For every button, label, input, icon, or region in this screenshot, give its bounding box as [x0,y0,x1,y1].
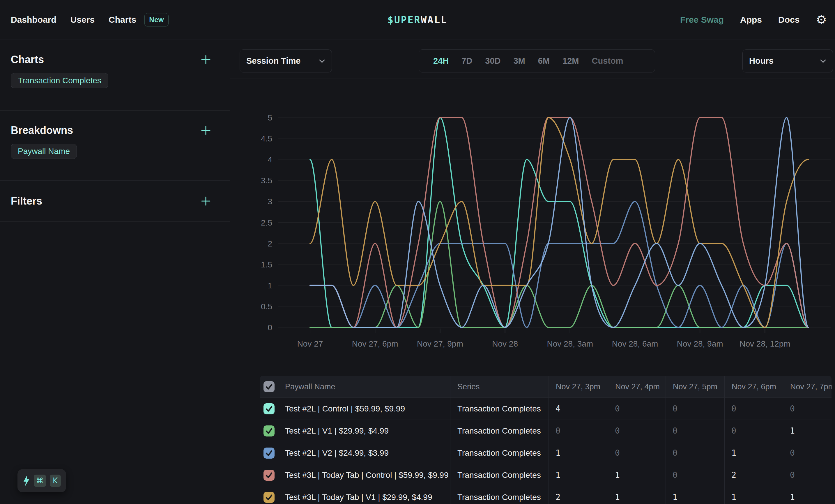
table-row: Test #2L | Control | $59.99, $9.99Transa… [260,398,832,420]
table-header-row: Paywall NameSeriesNov 27, 3pmNov 27, 4pm… [260,376,832,398]
row-checkbox[interactable] [264,425,274,437]
new-badge: New [144,13,168,26]
sidebar-section-breakdowns: Breakdowns Paywall Name [0,110,230,181]
paywall-name-cell: Test #3L | Today Tab | Control | $59.99,… [278,464,450,486]
value-cell: 1 [783,486,832,504]
unit-select-value: Hours [749,56,774,66]
chart-pill-transaction-completes[interactable]: Transaction Completes [11,73,108,88]
x-axis-label: Nov 28 [492,339,518,348]
nav-item-charts[interactable]: Charts [108,15,136,25]
section-header: Charts [11,54,211,65]
nav-right: Free Swag Apps Docs ⚙ [680,14,835,26]
range-tab-custom[interactable]: Custom [592,56,623,66]
paywall-name-cell: Test #2L | V2 | $24.99, $3.99 [278,442,450,464]
nav-link-docs[interactable]: Docs [778,15,799,25]
range-tab-12m[interactable]: 12M [563,56,579,66]
row-checkbox[interactable] [264,447,274,459]
y-axis-label: 1.5 [261,260,272,269]
top-nav: Dashboard Users Charts New $UPERWALL Fre… [0,0,835,40]
value-cell: 0 [608,442,666,464]
value-cell: 0 [725,420,783,442]
check-icon [264,381,274,392]
breakdown-table-wrap: Paywall NameSeriesNov 27, 3pmNov 27, 4pm… [260,376,832,504]
y-axis-label: 5 [268,113,272,122]
series-cell: Transaction Completes [450,486,549,504]
series-cell: Transaction Completes [450,464,549,486]
row-checkbox[interactable] [264,492,274,503]
metric-select[interactable]: Session Time [240,49,332,72]
app-root: Dashboard Users Charts New $UPERWALL Fre… [0,0,835,504]
value-cell: 1 [725,442,783,464]
breakdown-table: Paywall NameSeriesNov 27, 3pmNov 27, 4pm… [260,376,832,504]
value-cell: 1 [725,486,783,504]
y-axis-label: 4 [268,155,272,164]
nav-left: Dashboard Users Charts New [0,13,168,26]
k-key: K [50,475,61,487]
sidebar-section-filters: Filters [0,181,230,222]
column-header-time-5: Nov 27, 7pm [783,376,832,398]
series-cell: Transaction Completes [450,442,549,464]
paywall-name-cell: Test #2L | V1 | $29.99, $4.99 [278,420,450,442]
x-axis-label: Nov 28, 12pm [739,339,790,348]
table-row: Test #3L | Today Tab | Control | $59.99,… [260,464,832,486]
paywall-name-cell: Test #3L | Today Tab | V1 | $29.99, $4.9… [278,486,450,504]
column-header-series: Series [450,376,549,398]
plus-icon[interactable] [201,196,211,206]
metric-select-value: Session Time [246,56,301,66]
value-cell: 0 [666,464,725,486]
value-cell: 0 [783,442,832,464]
check-icon [264,492,274,503]
section-header: Filters [11,195,211,207]
range-tab-6m[interactable]: 6M [538,56,550,66]
value-cell: 0 [666,398,725,420]
y-axis-label: 4.5 [261,134,272,143]
select-all-checkbox[interactable] [264,381,274,392]
range-tab-3m[interactable]: 3M [513,56,525,66]
sidebar: Charts Transaction Completes Breakdowns … [0,40,230,504]
y-axis-label: 3 [268,197,272,206]
x-axis-label: Nov 28, 9am [677,339,723,348]
check-icon [264,447,274,459]
value-cell: 4 [549,398,608,420]
nav-item-users[interactable]: Users [70,15,95,25]
section-title-charts: Charts [11,54,44,65]
y-axis-label: 0 [268,323,272,332]
check-icon [264,470,274,481]
superwall-logo[interactable]: $UPERWALL [388,14,447,26]
logo-accent: $UPER [388,14,421,26]
x-axis-label: Nov 27, 6pm [352,339,398,348]
range-tab-30d[interactable]: 30D [485,56,501,66]
unit-select[interactable]: Hours [742,49,833,72]
nav-link-apps[interactable]: Apps [740,15,762,25]
table-row: Test #2L | V2 | $24.99, $3.99Transaction… [260,442,832,464]
gear-icon[interactable]: ⚙ [816,14,827,26]
range-tab-24h[interactable]: 24H [433,56,449,66]
y-axis-label: 2 [268,239,272,248]
paywall-name-cell: Test #2L | Control | $59.99, $9.99 [278,398,450,420]
nav-item-dashboard[interactable]: Dashboard [11,15,57,25]
command-palette-shortcut[interactable]: ⌘ K [18,469,66,492]
y-axis-label: 3.5 [261,176,272,185]
row-checkbox[interactable] [264,403,274,414]
value-cell: 0 [608,398,666,420]
x-axis-label: Nov 27, 9pm [417,339,463,348]
column-header-time-4: Nov 27, 6pm [725,376,783,398]
chevron-down-icon [319,59,325,63]
breakdown-pill-paywall-name[interactable]: Paywall Name [11,144,77,159]
column-header-time-2: Nov 27, 4pm [608,376,666,398]
value-cell: 2 [549,486,608,504]
controls-row: Session Time 24H7D30D3M6M12MCustom Hours [230,40,835,79]
range-tab-7d[interactable]: 7D [462,56,472,66]
plus-icon[interactable] [201,55,211,65]
nav-link-free-swag[interactable]: Free Swag [680,15,724,25]
sidebar-section-charts: Charts Transaction Completes [0,40,230,110]
value-cell: 0 [725,398,783,420]
plus-icon[interactable] [201,125,211,135]
value-cell: 0 [666,420,725,442]
row-checkbox[interactable] [264,470,274,481]
command-key: ⌘ [34,475,46,487]
table-row: Test #2L | V1 | $29.99, $4.99Transaction… [260,420,832,442]
section-title-breakdowns: Breakdowns [11,125,73,136]
x-axis-label: Nov 28, 3am [547,339,593,348]
series-cell: Transaction Completes [450,420,549,442]
